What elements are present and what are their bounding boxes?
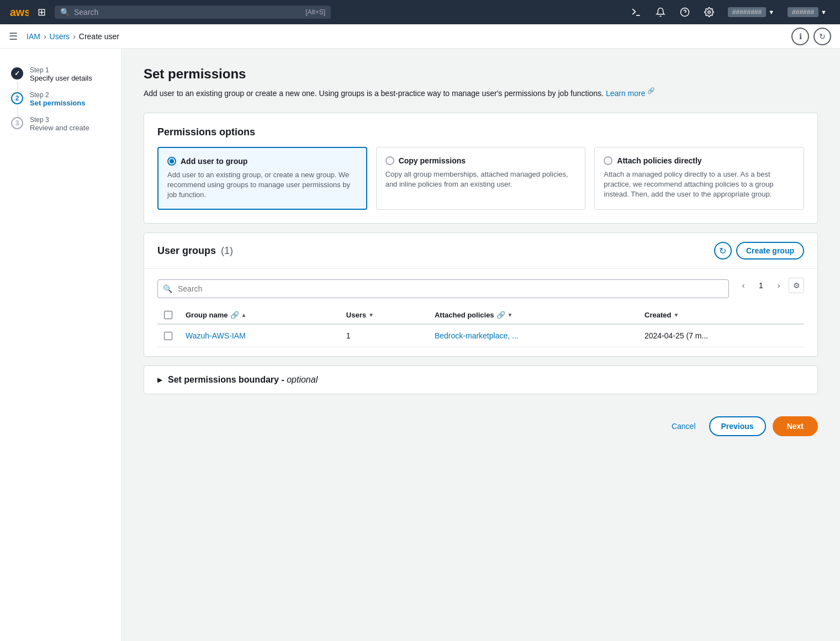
option-add-to-group-header: Add user to group bbox=[167, 157, 357, 166]
step-1-label: Step 1 Specify user details bbox=[30, 66, 92, 82]
option-add-to-group-desc: Add user to an existing group, or create… bbox=[167, 170, 357, 200]
permissions-boundary-header[interactable]: ▶ Set permissions boundary - optional bbox=[144, 366, 817, 394]
breadcrumb: IAM › Users › Create user bbox=[27, 32, 119, 41]
user-groups-header: User groups (1) ↻ Create group bbox=[144, 233, 817, 269]
groups-search-wrap: 🔍 bbox=[157, 279, 729, 298]
search-bar[interactable]: 🔍 [Alt+S] bbox=[55, 6, 331, 19]
page-title: Set permissions bbox=[144, 66, 818, 82]
radio-copy-permissions[interactable] bbox=[385, 156, 394, 165]
external-link-icon: 🔗 bbox=[230, 311, 239, 319]
page-description: Add user to an existing group or create … bbox=[144, 86, 818, 99]
th-select-all[interactable] bbox=[157, 306, 179, 324]
step-1: ✓ Step 1 Specify user details bbox=[0, 62, 121, 87]
option-attach-policies-title: Attach policies directly bbox=[617, 156, 701, 165]
region-dropdown-arrow: ▼ bbox=[821, 9, 827, 15]
svg-text:aws: aws bbox=[10, 6, 29, 18]
breadcrumb-users[interactable]: Users bbox=[50, 32, 70, 41]
step-2-name: Set permissions bbox=[30, 99, 85, 107]
table-pagination: ‹ 1 › ⚙ bbox=[736, 278, 804, 293]
option-copy-permissions[interactable]: Copy permissions Copy all group membersh… bbox=[376, 147, 586, 210]
td-group-name-wazuh: Wazuh-AWS-IAM bbox=[179, 324, 340, 347]
step-1-circle: ✓ bbox=[11, 67, 23, 80]
help-icon[interactable] bbox=[675, 2, 695, 22]
row-checkbox-wazuh[interactable] bbox=[164, 332, 172, 340]
option-attach-policies[interactable]: Attach policies directly Attach a manage… bbox=[594, 147, 804, 210]
external-link-icon: 🔗 bbox=[647, 87, 655, 94]
permissions-options-title: Permissions options bbox=[157, 126, 804, 138]
breadcrumb-sep-2: › bbox=[73, 32, 76, 41]
user-groups-table: Group name 🔗 ▲ Users ▼ bbox=[157, 306, 804, 347]
learn-more-link[interactable]: Learn more 🔗 bbox=[606, 89, 655, 98]
th-created[interactable]: Created ▼ bbox=[638, 306, 804, 324]
td-created-wazuh: 2024-04-25 (7 m... bbox=[638, 324, 804, 347]
step-3-num: Step 3 bbox=[30, 116, 89, 124]
next-page-button[interactable]: › bbox=[771, 278, 786, 293]
radio-attach-policies[interactable] bbox=[604, 156, 612, 165]
group-name-link-wazuh[interactable]: Wazuh-AWS-IAM bbox=[186, 331, 246, 340]
step-2-circle: 2 bbox=[11, 92, 23, 104]
svg-point-4 bbox=[708, 11, 711, 14]
hamburger-icon[interactable]: ☰ bbox=[9, 30, 18, 43]
refresh-button[interactable]: ↻ bbox=[714, 242, 732, 259]
table-body: Wazuh-AWS-IAM 1 Bedrock-marketplace, ...… bbox=[157, 324, 804, 347]
step-3: 3 Step 3 Review and create bbox=[0, 112, 121, 136]
step-3-name: Review and create bbox=[30, 124, 89, 132]
th-attached-policies[interactable]: Attached policies 🔗 ▼ bbox=[428, 306, 638, 324]
user-groups-title: User groups (1) bbox=[157, 245, 233, 257]
cancel-button[interactable]: Cancel bbox=[665, 417, 702, 435]
step-2-num: Step 2 bbox=[30, 91, 85, 99]
option-add-to-group[interactable]: Add user to group Add user to an existin… bbox=[157, 147, 367, 210]
attached-policies-external-icon: 🔗 bbox=[496, 311, 505, 319]
step-2: 2 Step 2 Set permissions bbox=[0, 87, 121, 112]
td-checkbox-wazuh[interactable] bbox=[157, 324, 179, 347]
td-users-wazuh: 1 bbox=[340, 324, 428, 347]
breadcrumb-actions: ℹ ↻ bbox=[791, 28, 831, 45]
dropdown-arrow: ▼ bbox=[768, 9, 774, 15]
user-groups-card: User groups (1) ↻ Create group 🔍 ‹ bbox=[144, 232, 818, 357]
search-input[interactable] bbox=[74, 8, 301, 17]
groups-search-input[interactable] bbox=[157, 279, 729, 298]
main-layout: ✓ Step 1 Specify user details 2 Step 2 S… bbox=[0, 49, 840, 641]
option-copy-permissions-title: Copy permissions bbox=[399, 156, 466, 165]
options-grid: Add user to group Add user to an existin… bbox=[157, 147, 804, 210]
prev-page-button[interactable]: ‹ bbox=[736, 278, 751, 293]
previous-button[interactable]: Previous bbox=[709, 416, 766, 436]
aws-logo: aws bbox=[9, 2, 29, 22]
permissions-boundary-section: ▶ Set permissions boundary - optional bbox=[144, 365, 818, 394]
next-button[interactable]: Next bbox=[773, 416, 818, 436]
refresh-icon-btn[interactable]: ↻ bbox=[813, 28, 831, 45]
sort-icon-created: ▼ bbox=[673, 312, 679, 318]
permissions-options-card: Permissions options Add user to group Ad… bbox=[144, 113, 818, 224]
nav-user[interactable]: ######## ▼ bbox=[723, 5, 779, 19]
grid-icon[interactable]: ⊞ bbox=[35, 4, 48, 20]
option-copy-permissions-header: Copy permissions bbox=[385, 156, 577, 165]
permissions-boundary-title: Set permissions boundary - optional bbox=[168, 375, 318, 385]
breadcrumb-iam[interactable]: IAM bbox=[27, 32, 40, 41]
step-1-num: Step 1 bbox=[30, 66, 92, 74]
groups-search-icon: 🔍 bbox=[163, 284, 172, 293]
step-2-label: Step 2 Set permissions bbox=[30, 91, 85, 107]
sort-icon-users: ▼ bbox=[368, 312, 374, 318]
select-all-checkbox[interactable] bbox=[164, 311, 172, 319]
region-text: ###### bbox=[788, 7, 818, 17]
footer-actions: Cancel Previous Next bbox=[144, 407, 818, 445]
table-header-row: Group name 🔗 ▲ Users ▼ bbox=[157, 306, 804, 324]
create-group-button[interactable]: Create group bbox=[736, 242, 804, 259]
collapse-arrow-icon: ▶ bbox=[157, 376, 162, 384]
th-group-name[interactable]: Group name 🔗 ▲ bbox=[179, 306, 340, 324]
terminal-icon[interactable] bbox=[626, 2, 646, 22]
radio-add-to-group[interactable] bbox=[167, 157, 176, 166]
td-policies-wazuh: Bedrock-marketplace, ... bbox=[428, 324, 638, 347]
info-icon-btn[interactable]: ℹ bbox=[791, 28, 809, 45]
sidebar: ✓ Step 1 Specify user details 2 Step 2 S… bbox=[0, 49, 121, 641]
content-area: Set permissions Add user to an existing … bbox=[121, 49, 840, 641]
user-groups-actions: ↻ Create group bbox=[714, 242, 804, 259]
nav-icons: ######## ▼ ###### ▼ bbox=[626, 2, 831, 22]
settings-icon[interactable] bbox=[699, 2, 719, 22]
table-row: Wazuh-AWS-IAM 1 Bedrock-marketplace, ...… bbox=[157, 324, 804, 347]
policies-link-wazuh[interactable]: Bedrock-marketplace, ... bbox=[435, 331, 519, 340]
table-settings-button[interactable]: ⚙ bbox=[789, 278, 804, 293]
th-users[interactable]: Users ▼ bbox=[340, 306, 428, 324]
region-selector[interactable]: ###### ▼ bbox=[783, 5, 831, 19]
bell-icon[interactable] bbox=[651, 2, 670, 22]
